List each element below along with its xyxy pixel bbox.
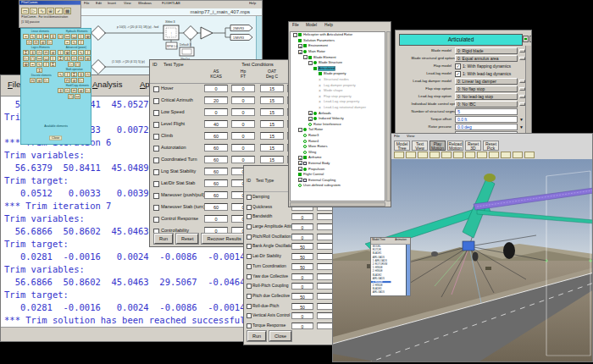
- palette-element-button[interactable]: Σ: [58, 56, 64, 61]
- property-input[interactable]: 5: [455, 108, 518, 115]
- collapse-icon[interactable]: -: [303, 55, 308, 59]
- viewer-tree-item[interactable]: ROTOR: [371, 249, 391, 251]
- viewer-tab-animation[interactable]: Animation: [394, 238, 407, 241]
- viewer-tree-item[interactable]: 1: HINGE: [371, 281, 391, 283]
- test-row-field[interactable]: 60: [204, 144, 228, 152]
- tree-item[interactable]: ×Flap stop property: [291, 94, 385, 100]
- test-row-field[interactable]: 15: [260, 120, 284, 128]
- collapse-icon[interactable]: -: [308, 61, 313, 65]
- palette-element-button[interactable]: ▷: [43, 78, 49, 83]
- properties-scrollbar[interactable]: [525, 46, 531, 136]
- mini-toolbar-button[interactable]: ⊞: [47, 8, 54, 14]
- viewer-tool-icon-button[interactable]: [430, 152, 440, 158]
- viewer-tool-icon-button[interactable]: [513, 152, 523, 158]
- collapse-icon[interactable]: -: [293, 33, 297, 37]
- viewer-panel-scrollbar[interactable]: [406, 245, 410, 295]
- palette-element-button[interactable]: ∫: [64, 72, 70, 77]
- tree-item[interactable]: -Blade Structure: [291, 60, 385, 66]
- console-menu-file[interactable]: File: [8, 80, 20, 89]
- diagram-menu-insert[interactable]: Insert: [108, 2, 116, 6]
- palette-element-button[interactable]: ◇: [85, 72, 91, 77]
- palette-element-button[interactable]: ⌁: [71, 50, 77, 55]
- palette-close-button[interactable]: Close: [49, 136, 62, 141]
- palette-element-button[interactable]: ◇: [26, 40, 32, 45]
- palette-element-button[interactable]: ⊓: [71, 88, 77, 93]
- viewer-tool-icon-button[interactable]: [453, 152, 463, 158]
- tree-item[interactable]: Wing: [291, 149, 385, 155]
- test-row-field[interactable]: 60: [204, 191, 228, 199]
- tree-item[interactable]: +Induced Velocity: [291, 116, 385, 122]
- viewer-tree-item[interactable]: AIRLOADS: [371, 278, 391, 279]
- test-row-checkbox[interactable]: [153, 122, 159, 128]
- palette-element-button[interactable]: ∫: [43, 62, 49, 67]
- test-row-field[interactable]: 15: [260, 97, 284, 104]
- test-row-checkbox[interactable]: [153, 181, 159, 187]
- palette-element-button[interactable]: ⌇: [58, 50, 64, 55]
- palette-element-button[interactable]: ∿: [58, 72, 64, 77]
- test-row-field[interactable]: 0: [231, 85, 255, 92]
- viewer-tab-model-tree[interactable]: Model Tree: [371, 238, 385, 241]
- handling-row-field[interactable]: 50: [291, 263, 313, 270]
- handling-row-field[interactable]: 0: [291, 273, 313, 280]
- palette-element-button[interactable]: ≋: [78, 88, 84, 93]
- viewer-tool-icon-button[interactable]: [406, 152, 416, 158]
- property-dropdown[interactable]: 0: No IBC: [455, 101, 518, 108]
- mini-toolbar-button[interactable]: ✓: [55, 8, 63, 14]
- tree-item[interactable]: ×Mode shape: [291, 88, 385, 94]
- viewer-tool-icon-button[interactable]: [524, 152, 535, 158]
- palette-element-button[interactable]: ⊓: [43, 50, 49, 55]
- palette-element-button[interactable]: ⌇: [50, 56, 56, 61]
- expand-icon[interactable]: +: [308, 117, 313, 121]
- palette-element-button[interactable]: ≋: [71, 78, 77, 83]
- handling-row-field[interactable]: 50: [291, 303, 313, 310]
- test-row-checkbox[interactable]: [153, 98, 159, 104]
- palette-element-button[interactable]: ↦: [36, 56, 42, 61]
- tree-item[interactable]: More Rotors: [291, 144, 385, 150]
- handling-row-checkbox[interactable]: [247, 234, 252, 240]
- viewer-tree-item[interactable]: AIRLOADS: [371, 291, 391, 293]
- palette-element-button[interactable]: ∿: [36, 62, 42, 67]
- viewer-tree-item[interactable]: 2: ROTORVM: [371, 263, 391, 265]
- expand-icon[interactable]: +: [308, 111, 313, 115]
- palette-element-button[interactable]: Σ: [43, 34, 49, 39]
- palette-element-button[interactable]: ⊕: [85, 34, 91, 39]
- test-row-field[interactable]: 0: [231, 108, 255, 116]
- palette-element-button[interactable]: ∫: [85, 50, 91, 55]
- test-row-field[interactable]: 60: [204, 203, 228, 211]
- text-view-button[interactable]: Text View: [412, 141, 428, 151]
- palette-element-button[interactable]: ⌁: [23, 34, 29, 39]
- mini-toolbar-button[interactable]: ▦: [64, 8, 71, 14]
- palette-element-button[interactable]: ⋂: [30, 56, 36, 61]
- test-row-checkbox[interactable]: [153, 169, 159, 175]
- palette-element-button[interactable]: ⊓: [78, 56, 84, 61]
- test-row-checkbox[interactable]: [153, 193, 159, 199]
- handling-row-field[interactable]: 50: [291, 243, 313, 250]
- property-dropdown[interactable]: 0: No flap stop: [455, 85, 518, 92]
- test-row-checkbox[interactable]: [153, 157, 159, 163]
- model-editor-menu-help[interactable]: Help: [324, 23, 333, 30]
- palette-element-button[interactable]: ⊕: [64, 50, 70, 55]
- test-row-field[interactable]: 0: [231, 144, 255, 152]
- tree-item[interactable]: -Helicopter with Articulated Rotor: [291, 32, 385, 38]
- tree-item[interactable]: +Airframe: [291, 155, 385, 161]
- handling-row-field[interactable]: 0: [291, 234, 313, 240]
- viewer-tool-icon-button[interactable]: [477, 152, 487, 158]
- handling-row-checkbox[interactable]: [247, 264, 252, 269]
- palette-element-button[interactable]: ◇: [71, 56, 77, 61]
- expand-icon[interactable]: +: [298, 50, 302, 54]
- model-tree-vscrollbar[interactable]: [386, 31, 391, 201]
- handling-row-checkbox[interactable]: [247, 294, 252, 299]
- tree-item[interactable]: ×Lead-Lag stop property: [291, 99, 385, 105]
- tree-item[interactable]: -Tail Rotor: [291, 127, 385, 133]
- palette-element-button[interactable]: Σ: [23, 50, 29, 55]
- palette-element-button[interactable]: ▭: [43, 56, 49, 61]
- handling-row-checkbox[interactable]: [247, 205, 252, 210]
- viewer-tree-item[interactable]: 2: HINGE: [371, 270, 391, 272]
- palette-element-button[interactable]: ±: [36, 68, 42, 73]
- viewer-tree-item[interactable]: MODEL: [371, 245, 391, 247]
- reset-3d-button[interactable]: Reset 3D: [465, 141, 481, 151]
- diagram-menu-file[interactable]: File: [84, 2, 89, 6]
- palette-element-button[interactable]: ⋂: [75, 62, 80, 67]
- viewer-menu-view[interactable]: View: [407, 134, 414, 139]
- test-row-checkbox[interactable]: [153, 146, 159, 152]
